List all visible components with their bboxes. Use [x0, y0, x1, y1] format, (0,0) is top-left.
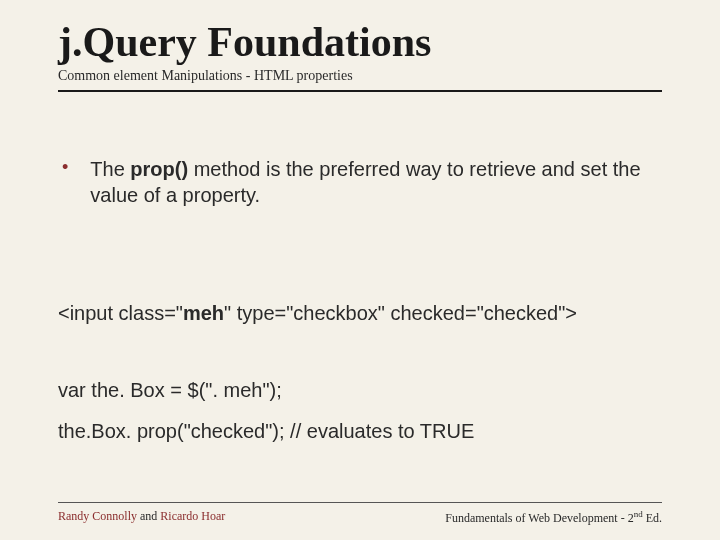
code-var-line: var the. Box = $(". meh");	[58, 379, 662, 402]
footer-row: Randy Connolly and Ricardo Hoar Fundamen…	[58, 509, 662, 526]
code-input-line: <input class="meh" type="checkbox" check…	[58, 302, 662, 325]
code-input-pre: <input class="	[58, 302, 183, 324]
slide-subtitle: Common element Manipulations - HTML prop…	[58, 68, 662, 84]
footer-author-1: Randy Connolly	[58, 509, 137, 523]
footer-rule	[58, 502, 662, 503]
footer-book-pre: Fundamentals of Web Development - 2	[445, 511, 633, 525]
bullet-text: The prop() method is the preferred way t…	[90, 156, 662, 208]
code-input-bold: meh	[183, 302, 224, 324]
title-rule	[58, 90, 662, 92]
footer: Randy Connolly and Ricardo Hoar Fundamen…	[58, 502, 662, 526]
bullet-marker: •	[62, 156, 68, 179]
footer-and: and	[137, 509, 160, 523]
footer-left: Randy Connolly and Ricardo Hoar	[58, 509, 225, 526]
footer-right: Fundamentals of Web Development - 2nd Ed…	[445, 509, 662, 526]
bullet-item: • The prop() method is the preferred way…	[58, 156, 662, 208]
code-prop-line: the.Box. prop("checked"); // evaluates t…	[58, 420, 662, 443]
slide-title: j.Query Foundations	[58, 18, 662, 66]
footer-book-sup: nd	[634, 509, 643, 519]
footer-author-2: Ricardo Hoar	[160, 509, 225, 523]
bullet-bold: prop()	[130, 158, 188, 180]
bullet-pre: The	[90, 158, 130, 180]
footer-book-post: Ed.	[643, 511, 662, 525]
code-input-post: " type="checkbox" checked="checked">	[224, 302, 577, 324]
